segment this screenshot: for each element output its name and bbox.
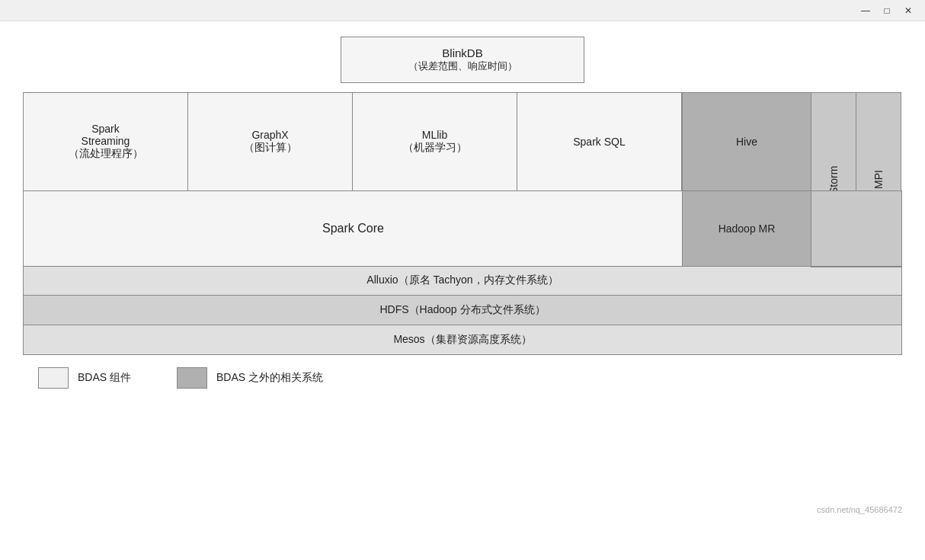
hadoop-mr-box: Hadoop MR [682, 190, 811, 267]
legend: BDAS 组件 BDAS 之外的相关系统 [23, 367, 902, 389]
blinkdb-title: BlinkDB [372, 46, 553, 59]
minimize-button[interactable]: — [855, 3, 876, 18]
blinkdb-subtitle: （误差范围、响应时间） [372, 59, 553, 73]
spark-sql-label: Spark SQL [573, 136, 625, 148]
spark-streaming-box: Spark Streaming （流处理程序） [24, 93, 188, 190]
alluxio-text: Alluxio（原名 Tachyon，内存文件系统） [366, 274, 558, 286]
hdfs-text: HDFS（Hadoop 分布式文件系统） [379, 303, 545, 315]
hadoop-mr-label: Hadoop MR [719, 222, 776, 235]
legend-item-related: BDAS 之外的相关系统 [177, 367, 323, 389]
mllib-line1: MLlib [403, 129, 467, 141]
left-components: Spark Streaming （流处理程序） GraphX （图计算） MLl… [23, 92, 683, 191]
mesos-text: Mesos（集群资源高度系统） [393, 333, 531, 345]
spark-core-label: Spark Core [322, 222, 384, 235]
blinkdb-box: BlinkDB （误差范围、响应时间） [341, 37, 584, 83]
hive-box: Hive [682, 92, 811, 191]
graphx-line1: GraphX [244, 129, 297, 141]
alluxio-bar: Alluxio（原名 Tachyon，内存文件系统） [23, 265, 902, 296]
spark-streaming-line3: （流处理程序） [69, 147, 143, 161]
maximize-button[interactable]: □ [876, 3, 898, 18]
spark-streaming-line1: Spark [69, 123, 143, 135]
legend-item-bdas: BDAS 组件 [38, 367, 131, 389]
legend-label-bdas: BDAS 组件 [78, 371, 131, 385]
top-section: BlinkDB （误差范围、响应时间） [23, 37, 902, 83]
mllib-box: MLlib （机器学习） [353, 93, 517, 190]
title-bar: — □ ✕ [0, 0, 925, 21]
watermark: csdn.net/nq_45686472 [817, 505, 902, 514]
mpi-label: MPI [872, 171, 885, 190]
close-button[interactable]: ✕ [898, 3, 919, 18]
legend-box-light [38, 367, 69, 389]
main-content: BlinkDB （误差范围、响应时间） Spark Streaming （流处理… [0, 21, 925, 560]
bar-section: Alluxio（原名 Tachyon，内存文件系统） HDFS（Hadoop 分… [23, 266, 902, 355]
graphx-box: GraphX （图计算） [188, 93, 353, 190]
row1: Spark Streaming （流处理程序） GraphX （图计算） MLl… [23, 92, 902, 191]
hdfs-bar: HDFS（Hadoop 分布式文件系统） [23, 295, 902, 325]
spark-core-box: Spark Core [23, 190, 683, 267]
legend-label-related: BDAS 之外的相关系统 [216, 371, 323, 385]
graphx-line2: （图计算） [244, 141, 297, 155]
mllib-line2: （机器学习） [403, 141, 467, 155]
mesos-bar: Mesos（集群资源高度系统） [23, 325, 902, 355]
diagram-area: Spark Streaming （流处理程序） GraphX （图计算） MLl… [23, 92, 902, 545]
spark-streaming-line2: Streaming [69, 135, 143, 147]
hive-label: Hive [736, 136, 757, 148]
hive-hadoop-section: Hive [682, 92, 811, 191]
row2: Spark Core Hadoop MR [23, 190, 902, 267]
legend-box-dark [177, 367, 207, 389]
spark-sql-box: Spark SQL [517, 93, 682, 190]
